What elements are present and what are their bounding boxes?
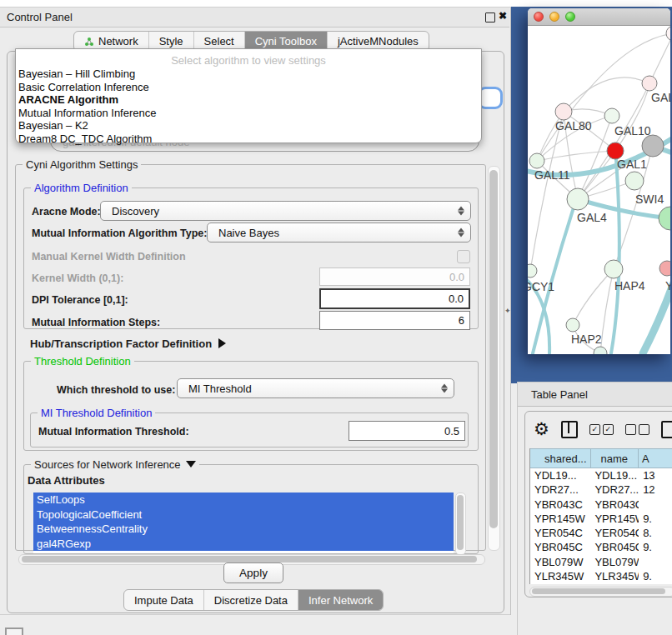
node-pink-top[interactable] xyxy=(642,76,657,91)
node-big-green[interactable] xyxy=(659,207,670,230)
page-icon[interactable] xyxy=(661,421,672,438)
table-cell[interactable]: YDR27... xyxy=(590,482,639,497)
settings-hscroll-thumb[interactable] xyxy=(22,556,477,562)
table-header-cell[interactable]: name xyxy=(591,448,639,468)
table-header-cell[interactable]: A xyxy=(639,448,672,468)
table-header-cell[interactable]: shared... xyxy=(530,448,591,468)
node-bottom[interactable] xyxy=(594,347,607,354)
data-attributes-list[interactable]: SelfLoopsTopologicalCoefficientBetweenne… xyxy=(33,492,454,553)
float-window-icon[interactable] xyxy=(485,12,495,22)
apply-button[interactable]: Apply xyxy=(223,562,283,583)
table-cell[interactable]: YLR345W xyxy=(530,569,590,583)
minimized-panel-icon[interactable] xyxy=(5,628,23,635)
table-cell[interactable]: YIL052C xyxy=(530,583,590,584)
node-gal11[interactable] xyxy=(529,153,544,168)
network-edge[interactable] xyxy=(649,33,670,83)
network-edge[interactable] xyxy=(530,112,564,271)
table-row[interactable]: YER054CYER054C8. xyxy=(530,526,672,540)
table-cell[interactable]: YBR045C xyxy=(530,540,590,554)
table-cell[interactable]: YER054C xyxy=(590,526,639,540)
network-canvas[interactable]: GAL80GAL10GALGAL1GAL11SWI4GAL4GCY1HAP4YH… xyxy=(528,26,670,354)
node-gray[interactable] xyxy=(642,135,664,157)
dropdown-item[interactable]: Basic Correlation Inference xyxy=(16,81,481,94)
table-cell[interactable]: 9. xyxy=(639,569,672,583)
table-row[interactable]: YIL052CYIL052C9 xyxy=(530,583,672,584)
network-window[interactable]: GAL80GAL10GALGAL1GAL11SWI4GAL4GCY1HAP4YH… xyxy=(528,8,670,354)
table-cell[interactable] xyxy=(639,555,672,569)
table-row[interactable]: YLR345WYLR345W9. xyxy=(530,569,672,583)
attributes-scrollbar[interactable] xyxy=(455,492,466,555)
network-edge[interactable] xyxy=(564,78,649,112)
table-cell[interactable]: YLR345W xyxy=(590,569,639,583)
node-hap4[interactable] xyxy=(604,260,623,278)
table-cell[interactable]: YIL052C xyxy=(590,583,639,584)
mi-type-combo[interactable]: Naive Bayes xyxy=(207,222,471,242)
manual-kernel-checkbox[interactable] xyxy=(457,250,470,263)
node-gal1[interactable] xyxy=(625,172,644,190)
attribute-list-item[interactable]: gal4RGexp xyxy=(33,537,454,552)
attribute-list-item[interactable]: BetweennessCentrality xyxy=(33,522,454,537)
settings-vscroll-thumb[interactable] xyxy=(489,170,498,528)
node-pink-y[interactable] xyxy=(659,261,670,276)
table-row[interactable]: YPR145WYPR145W9. xyxy=(530,512,672,526)
table-cell[interactable]: YBR043C xyxy=(590,498,639,512)
attribute-table[interactable]: shared...nameAYDL19...YDL19...13YDR27...… xyxy=(529,448,672,584)
dropdown-item[interactable]: ARACNE Algorithm xyxy=(16,93,481,107)
attribute-list-item[interactable]: SelfLoops xyxy=(33,492,454,508)
table-cell[interactable]: YER054C xyxy=(530,526,590,540)
zoom-traffic-light-icon[interactable] xyxy=(565,12,575,22)
table-cell[interactable]: YDR27... xyxy=(530,482,590,497)
attributes-scroll-thumb[interactable] xyxy=(457,495,464,550)
dropdown-item[interactable]: Bayesian – Hill Climbing xyxy=(16,68,481,81)
hub-definition-toggle[interactable]: Hub/Transcription Factor Definition xyxy=(30,338,226,350)
attribute-list-item[interactable]: TopologicalCoefficient xyxy=(33,508,454,522)
bottom-tab-impute-data[interactable]: Impute Data xyxy=(124,590,204,610)
table-row[interactable]: YBR045CYBR045C9. xyxy=(530,540,672,554)
node-top-right[interactable] xyxy=(666,26,670,41)
table-cell[interactable]: YDL19... xyxy=(590,468,639,482)
table-row[interactable]: YDR27...YDR27...12 xyxy=(530,482,672,497)
table-cell[interactable]: YBR043C xyxy=(530,498,590,512)
network-window-titlebar[interactable] xyxy=(528,8,670,26)
dropdown-item[interactable]: Dream8 DC_TDC Algorithm xyxy=(16,132,481,146)
gear-icon[interactable]: ⚙︎ xyxy=(534,421,549,438)
node-red[interactable] xyxy=(607,142,624,159)
mi-threshold-field[interactable]: 0.5 xyxy=(349,421,465,441)
table-cell[interactable]: YBL079W xyxy=(590,555,639,569)
table-cell[interactable]: YPR145W xyxy=(530,512,590,526)
settings-vertical-scrollbar[interactable] xyxy=(488,166,500,551)
node-hap2[interactable] xyxy=(566,318,579,332)
table-hscroll-thumb[interactable] xyxy=(532,588,665,594)
select-all-icon[interactable]: ✓✓ xyxy=(589,424,614,435)
table-horizontal-scrollbar[interactable] xyxy=(529,587,672,597)
bottom-tab-discretize-data[interactable]: Discretize Data xyxy=(204,590,298,610)
which-threshold-combo[interactable]: MI Threshold xyxy=(177,378,454,398)
table-cell[interactable] xyxy=(639,498,672,512)
table-cell[interactable]: 9. xyxy=(639,512,672,526)
table-row[interactable]: YBR043CYBR043C xyxy=(530,498,672,512)
table-cell[interactable]: YPR145W xyxy=(590,512,639,526)
control-panel-titlebar[interactable]: Control Panel ✖ xyxy=(0,8,509,28)
kernel-width-field[interactable]: 0.0 xyxy=(319,268,470,286)
node-gal80[interactable] xyxy=(555,103,572,120)
minimize-traffic-light-icon[interactable] xyxy=(549,12,559,22)
table-cell[interactable]: YDL19... xyxy=(530,468,590,482)
deselect-all-icon[interactable] xyxy=(625,424,649,435)
table-cell[interactable]: 9. xyxy=(639,540,672,554)
mi-steps-field[interactable]: 6 xyxy=(319,311,470,330)
sources-title[interactable]: Sources for Network Inference xyxy=(31,458,199,471)
table-cell[interactable]: 13 xyxy=(639,468,672,482)
aracne-mode-combo[interactable]: Discovery xyxy=(100,201,471,221)
table-cell[interactable]: YBL079W xyxy=(530,555,590,569)
table-row[interactable]: YBL079WYBL079W xyxy=(530,555,672,569)
table-row[interactable]: YDL19...YDL19...13 xyxy=(530,468,672,482)
dpi-tolerance-field[interactable]: 0.0 xyxy=(319,288,470,309)
table-cell[interactable]: 12 xyxy=(639,482,672,497)
table-cell[interactable]: 8. xyxy=(639,526,672,540)
node-gal10[interactable] xyxy=(604,108,619,123)
network-edge[interactable] xyxy=(537,151,615,161)
bottom-tab-infer-network[interactable]: Infer Network xyxy=(298,590,383,610)
table-cell[interactable]: 9 xyxy=(639,583,672,584)
node-gal4[interactable] xyxy=(567,188,589,210)
columns-icon[interactable] xyxy=(561,421,578,438)
